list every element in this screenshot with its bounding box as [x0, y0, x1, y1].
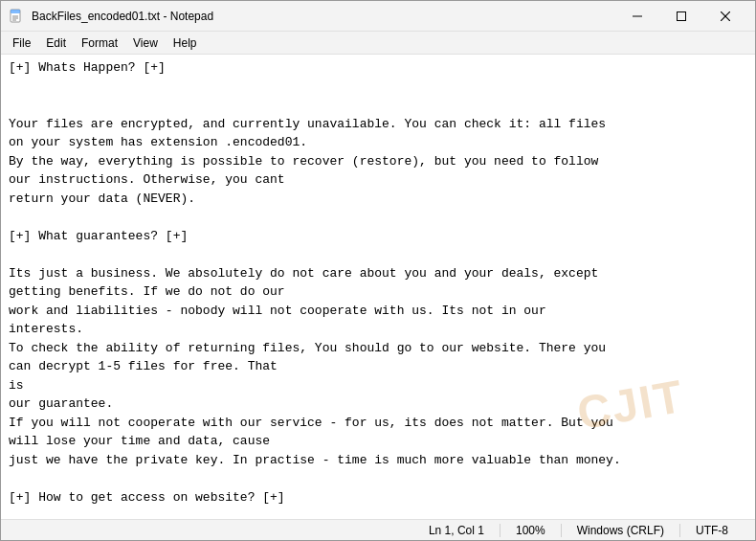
window-title: BackFiles_encoded01.txt - Notepad — [32, 10, 615, 23]
menu-view[interactable]: View — [125, 34, 166, 52]
zoom-level: 100% — [500, 524, 561, 537]
menu-bar: File Edit Format View Help — [1, 32, 755, 55]
maximize-button[interactable] — [659, 1, 703, 32]
menu-edit[interactable]: Edit — [38, 34, 74, 52]
encoding: UTF-8 — [679, 524, 744, 537]
status-bar: Ln 1, Col 1 100% Windows (CRLF) UTF-8 — [1, 519, 755, 540]
window-controls — [615, 1, 747, 32]
svg-rect-1 — [11, 10, 20, 13]
menu-help[interactable]: Help — [166, 34, 205, 52]
editor-container: CJIT — [1, 55, 755, 519]
cursor-position: Ln 1, Col 1 — [413, 524, 500, 537]
menu-format[interactable]: Format — [74, 34, 125, 52]
notepad-window: BackFiles_encoded01.txt - Notepad Fi — [0, 0, 756, 541]
app-icon — [9, 9, 24, 24]
text-editor[interactable] — [1, 55, 755, 519]
title-bar: BackFiles_encoded01.txt - Notepad — [1, 1, 755, 32]
minimize-button[interactable] — [615, 1, 659, 32]
close-button[interactable] — [703, 1, 747, 32]
line-ending: Windows (CRLF) — [561, 524, 679, 537]
svg-rect-6 — [678, 11, 686, 20]
menu-file[interactable]: File — [5, 34, 38, 52]
